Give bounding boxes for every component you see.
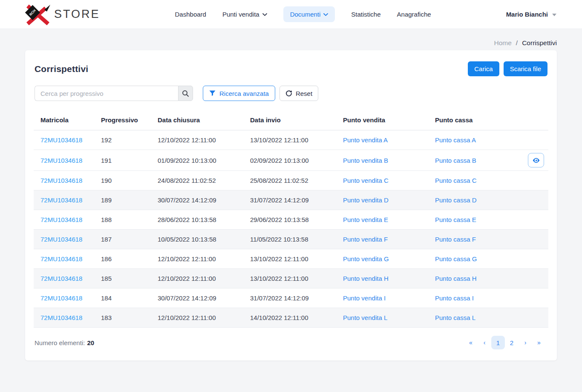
punto-vendita-link[interactable]: Punto vendita A (343, 136, 388, 144)
pagination-page-1[interactable]: 1 (491, 336, 505, 349)
data-invio-cell: 13/10/2022 12:11:00 (250, 255, 308, 262)
matricola-link[interactable]: 72MU1034618 (40, 275, 82, 282)
progressivo-cell: 190 (101, 177, 112, 184)
table-row[interactable]: 72MU103461818828/06/2022 10:13:5829/06/2… (34, 210, 548, 230)
search-input[interactable] (35, 86, 178, 101)
pagination-next[interactable]: › (519, 336, 532, 349)
search-button[interactable] (178, 86, 193, 101)
breadcrumb-current: Corrispettivi (522, 39, 557, 47)
pagination-first[interactable]: « (464, 336, 478, 349)
element-count-label: Numero elementi: (35, 339, 85, 346)
table-row[interactable]: 72MU103461818312/10/2022 12:11:0014/10/2… (34, 308, 548, 328)
page-title: Corrispettivi (35, 64, 88, 74)
element-count: Numero elementi:20 (35, 339, 94, 346)
punto-cassa-link[interactable]: Punto cassa D (435, 196, 477, 204)
top-navbar: RCH STORE Dashboard Punti vendita Docume… (0, 0, 582, 29)
brand-logo[interactable]: RCH STORE (23, 4, 100, 25)
pagination: « ‹ 1 2 › » (464, 336, 546, 349)
data-chiusura-cell: 30/07/2022 14:12:09 (158, 294, 216, 302)
matricola-link[interactable]: 72MU1034618 (40, 294, 82, 302)
nav-item-documenti[interactable]: Documenti (283, 6, 335, 22)
logo-x-icon: RCH (23, 4, 52, 25)
main-nav: Dashboard Punti vendita Documenti Statis… (175, 6, 431, 22)
search-icon (182, 90, 189, 97)
nav-item-anagrafiche[interactable]: Anagrafiche (397, 11, 431, 18)
punto-vendita-link[interactable]: Punto vendita G (343, 255, 389, 262)
col-header-punto-cassa: Punto cassa (428, 111, 522, 130)
punto-vendita-link[interactable]: Punto vendita F (343, 236, 388, 243)
chevron-down-icon (323, 13, 328, 16)
data-chiusura-cell: 30/07/2022 14:12:09 (158, 196, 216, 204)
matricola-link[interactable]: 72MU1034618 (40, 236, 82, 243)
data-chiusura-cell: 24/08/2022 11:02:52 (158, 177, 216, 184)
col-header-data-invio: Data invio (243, 111, 336, 130)
progressivo-cell: 192 (101, 136, 112, 144)
table-body: 72MU103461819212/10/2022 12:11:0013/10/2… (34, 130, 548, 328)
matricola-link[interactable]: 72MU1034618 (40, 196, 82, 204)
matricola-link[interactable]: 72MU1034618 (40, 136, 82, 144)
reset-button[interactable]: Reset (279, 86, 318, 101)
matricola-link[interactable]: 72MU1034618 (40, 216, 82, 223)
advanced-search-button[interactable]: Ricerca avanzata (203, 86, 275, 101)
data-invio-cell: 31/07/2022 14:12:09 (250, 294, 309, 302)
punto-vendita-link[interactable]: Punto vendita E (343, 216, 388, 223)
filter-icon (209, 90, 216, 96)
pagination-last[interactable]: » (532, 336, 546, 349)
col-header-data-chiusura: Data chiusura (151, 111, 243, 130)
punto-cassa-link[interactable]: Punto cassa A (435, 136, 476, 144)
punto-cassa-link[interactable]: Punto cassa B (435, 157, 476, 164)
download-file-button[interactable]: Scarica file (504, 61, 547, 76)
punto-vendita-link[interactable]: Punto vendita C (343, 177, 389, 184)
punto-vendita-link[interactable]: Punto vendita I (343, 294, 386, 302)
punto-cassa-link[interactable]: Punto cassa I (435, 294, 474, 302)
data-chiusura-cell: 12/10/2022 12:11:00 (158, 136, 216, 144)
data-invio-cell: 25/08/2022 11:02:52 (250, 177, 308, 184)
punto-vendita-link[interactable]: Punto vendita H (343, 275, 389, 282)
table-row[interactable]: 72MU103461819212/10/2022 12:11:0013/10/2… (34, 130, 548, 150)
nav-item-punti-vendita[interactable]: Punti vendita (222, 11, 267, 18)
progressivo-cell: 183 (101, 314, 112, 321)
data-chiusura-cell: 10/05/2022 10:13:58 (158, 236, 216, 243)
table-row[interactable]: 72MU103461818430/07/2022 14:12:0931/07/2… (34, 288, 548, 308)
punto-cassa-link[interactable]: Punto cassa G (435, 255, 477, 262)
brand-name: STORE (54, 8, 100, 21)
progressivo-cell: 188 (101, 216, 112, 223)
punto-cassa-link[interactable]: Punto cassa F (435, 236, 476, 243)
data-invio-cell: 14/10/2022 12:11:00 (250, 314, 308, 321)
punto-vendita-link[interactable]: Punto vendita L (343, 314, 387, 321)
progressivo-cell: 186 (101, 255, 112, 262)
breadcrumb: Home / Corrispettivi (25, 29, 557, 47)
punto-cassa-link[interactable]: Punto cassa C (435, 177, 477, 184)
punto-vendita-link[interactable]: Punto vendita D (343, 196, 389, 204)
matricola-link[interactable]: 72MU1034618 (40, 177, 82, 184)
nav-item-statistiche[interactable]: Statistiche (351, 11, 380, 18)
pagination-page-2[interactable]: 2 (505, 336, 519, 349)
table-row[interactable]: 72MU103461818710/05/2022 10:13:5811/05/2… (34, 230, 548, 249)
nav-item-dashboard[interactable]: Dashboard (175, 11, 206, 18)
matricola-link[interactable]: 72MU1034618 (40, 314, 82, 321)
reset-icon (285, 90, 292, 97)
punto-cassa-link[interactable]: Punto cassa H (435, 275, 477, 282)
table-row[interactable]: 72MU103461818512/10/2022 12:11:0013/10/2… (34, 269, 548, 288)
table-row[interactable]: 72MU103461819024/08/2022 11:02:5225/08/2… (34, 171, 548, 190)
table-row[interactable]: 72MU103461819101/09/2022 10:13:0002/09/2… (34, 150, 548, 171)
data-invio-cell: 13/10/2022 12:11:00 (250, 136, 308, 144)
matricola-link[interactable]: 72MU1034618 (40, 157, 82, 164)
table-row[interactable]: 72MU103461818612/10/2022 12:11:0013/10/2… (34, 249, 548, 269)
punto-vendita-link[interactable]: Punto vendita B (343, 157, 388, 164)
pagination-prev[interactable]: ‹ (478, 336, 491, 349)
table-header-row: Matricola Progressivo Data chiusura Data… (34, 111, 548, 130)
data-invio-cell: 02/09/2022 10:13:00 (250, 157, 309, 164)
upload-button[interactable]: Carica (468, 61, 499, 76)
progressivo-cell: 185 (101, 275, 112, 282)
punto-cassa-link[interactable]: Punto cassa E (435, 216, 476, 223)
punto-cassa-link[interactable]: Punto cassa L (435, 314, 475, 321)
data-chiusura-cell: 12/10/2022 12:11:00 (158, 255, 216, 262)
progressivo-cell: 187 (101, 236, 112, 243)
view-row-button[interactable] (528, 153, 544, 167)
table-row[interactable]: 72MU103461818930/07/2022 14:12:0931/07/2… (34, 190, 548, 210)
breadcrumb-separator: / (516, 39, 518, 47)
breadcrumb-home[interactable]: Home (494, 39, 512, 47)
matricola-link[interactable]: 72MU1034618 (40, 255, 82, 262)
user-menu[interactable]: Mario Bianchi (506, 11, 556, 18)
